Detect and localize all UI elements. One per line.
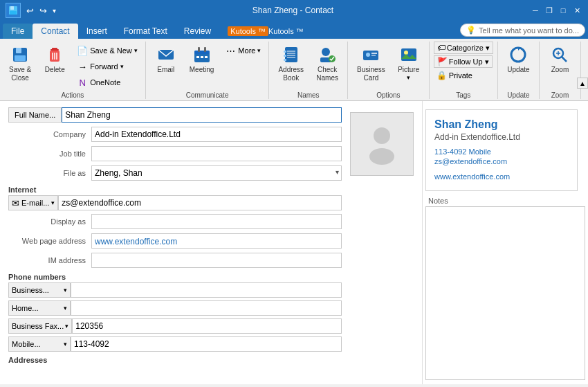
check-names-button[interactable]: CheckNames [311, 42, 343, 84]
follow-up-button[interactable]: 🚩 Follow Up ▾ [434, 55, 493, 68]
ribbon-collapse-button[interactable]: ▲ [577, 78, 588, 89]
web-page-link[interactable]: www.extendoffice.com [91, 233, 342, 249]
svg-point-42 [369, 148, 394, 165]
tab-review[interactable]: Review [176, 24, 219, 39]
categorize-button[interactable]: 🏷 Categorize ▾ [434, 42, 493, 54]
tab-format-text[interactable]: Format Text [116, 24, 176, 39]
zoom-button[interactable]: Zoom [544, 42, 576, 76]
right-panel: Shan Zheng Add-in Extendoffice.Ltd 113-4… [422, 101, 588, 384]
meeting-button[interactable]: Meeting [185, 42, 219, 76]
company-input[interactable] [91, 127, 342, 142]
home-phone-dropdown[interactable]: Home... ▾ [8, 300, 71, 316]
business-card-icon [360, 44, 382, 66]
save-close-button[interactable]: Save &Close [4, 42, 36, 84]
lock-icon: 🔒 [437, 71, 447, 80]
communicate-label: Communicate [186, 91, 229, 99]
fax-phone-dropdown[interactable]: Business Fax... ▾ [8, 318, 72, 334]
svg-rect-17 [196, 56, 199, 58]
restore-button[interactable]: ❐ [544, 5, 555, 16]
picture-icon [398, 44, 420, 66]
file-as-dropdown-icon[interactable]: ▾ [336, 168, 339, 176]
mobile-phone-label: Mobile... [12, 340, 41, 348]
undo-icon[interactable]: ↩ [26, 6, 34, 16]
job-title-label: Job title [8, 150, 91, 158]
email-row: ✉ E-mail... ▾ [8, 195, 342, 210]
delete-button[interactable]: Delete [39, 42, 71, 76]
title-bar: ↩ ↪ ▾ Shan Zheng - Contact ─ ❐ □ ✕ [0, 0, 588, 21]
save-new-icon: 📄 [77, 45, 88, 56]
mobile-phone-dropdown[interactable]: Mobile... ▾ [8, 336, 71, 352]
internet-section-header: Internet [8, 186, 342, 194]
svg-rect-35 [401, 48, 416, 61]
tab-insert[interactable]: Insert [78, 24, 116, 39]
fax-phone-input[interactable] [72, 318, 342, 334]
card-company: Add-in Extendoffice.Ltd [434, 132, 569, 142]
zoom-label: Zoom [551, 66, 569, 74]
file-as-input[interactable] [91, 165, 342, 181]
mobile-phone-row: Mobile... ▾ [8, 336, 342, 352]
zoom-items: Zoom [544, 42, 576, 90]
tab-contact[interactable]: Contact [33, 24, 77, 39]
fax-phone-arrow: ▾ [65, 323, 68, 330]
im-address-input[interactable] [91, 253, 342, 268]
contact-photo[interactable] [350, 112, 414, 176]
svg-point-32 [366, 53, 370, 57]
zoom-icon [549, 44, 571, 66]
svg-rect-20 [285, 47, 297, 62]
email-button[interactable]: Email [150, 42, 182, 76]
business-phone-arrow: ▾ [64, 287, 67, 294]
more-button[interactable]: ⋯ More ▾ [221, 43, 264, 58]
picture-button[interactable]: Picture ▾ [393, 42, 425, 83]
follow-up-icon: 🚩 [437, 57, 448, 66]
tab-file[interactable]: File [3, 24, 33, 39]
full-name-input[interactable] [62, 107, 342, 123]
check-names-icon [316, 44, 338, 66]
card-website-link[interactable]: www.extendoffice.com [434, 172, 510, 181]
business-card-preview: Shan Zheng Add-in Extendoffice.Ltd 113-4… [425, 109, 578, 191]
maximize-button[interactable]: □ [558, 5, 569, 16]
ribbon-group-names: AddressBook CheckNames Names [269, 42, 348, 99]
delete-label: Delete [45, 66, 65, 74]
full-name-button[interactable]: Full Name... [8, 107, 62, 123]
more-icon: ⋯ [225, 45, 236, 56]
display-as-input[interactable] [91, 214, 342, 229]
notes-input[interactable] [425, 206, 585, 380]
window-controls: ─ ❐ □ ✕ [530, 5, 582, 16]
card-email-link[interactable]: zs@extendoffice.com [434, 157, 507, 165]
actions-label: Actions [61, 91, 84, 99]
private-button[interactable]: 🔒 Private [434, 69, 475, 82]
email-type-dropdown[interactable]: ✉ E-mail... ▾ [8, 195, 58, 210]
photo-column [350, 101, 422, 384]
business-phone-dropdown[interactable]: Business... ▾ [8, 282, 71, 298]
company-label: Company [8, 130, 91, 138]
home-phone-input[interactable] [71, 300, 342, 316]
onenote-button[interactable]: N OneNote [73, 75, 141, 90]
minimize-button[interactable]: ─ [530, 5, 541, 16]
ribbon-group-tags: 🏷 Categorize ▾ 🚩 Follow Up ▾ 🔒 Private T… [430, 42, 498, 99]
redo-icon[interactable]: ↪ [39, 6, 47, 16]
svg-rect-16 [204, 47, 206, 52]
ribbon-group-actions: Save &Close Delete [0, 42, 146, 99]
meeting-label: Meeting [190, 66, 214, 74]
address-book-button[interactable]: AddressBook [273, 42, 309, 84]
forward-button[interactable]: → Forward ▾ [73, 59, 141, 74]
job-title-input[interactable] [91, 146, 342, 161]
save-close-label: Save &Close [9, 66, 31, 82]
tab-kutools[interactable]: Kutools ™ Kutools ™ [219, 24, 312, 39]
tell-me-bar[interactable]: 💡 Tell me what you want to do... [460, 24, 585, 37]
zoom-label-grp: Zoom [551, 91, 569, 99]
business-card-button[interactable]: BusinessCard [352, 42, 390, 84]
card-email-row: zs@extendoffice.com [434, 157, 569, 165]
save-new-button[interactable]: 📄 Save & New ▾ [73, 43, 141, 58]
email-input[interactable] [58, 195, 342, 210]
company-row: Company [8, 126, 342, 143]
email-type-label: E-mail... [21, 199, 49, 207]
email-envelope-icon: ✉ [12, 198, 19, 208]
close-button[interactable]: ✕ [571, 5, 582, 16]
business-phone-input[interactable] [71, 282, 342, 298]
update-button[interactable]: Update [502, 42, 534, 76]
email-label: Email [157, 66, 174, 74]
meeting-icon [191, 44, 213, 66]
mobile-phone-input[interactable] [71, 336, 342, 352]
file-as-row: File as ▾ [8, 165, 342, 181]
